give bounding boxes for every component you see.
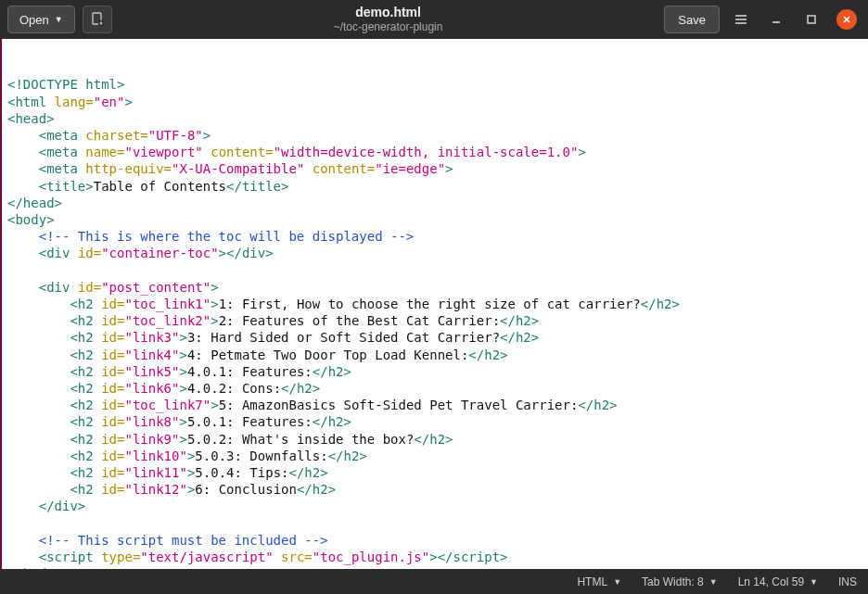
statusbar: HTML ▼ Tab Width: 8 ▼ Ln 14, Col 59 ▼ IN… (0, 569, 868, 594)
chevron-down-icon: ▼ (55, 15, 63, 24)
chevron-down-icon: ▼ (613, 577, 621, 587)
insert-mode-label: INS (838, 575, 857, 588)
title-area: demo.html ~/toc-generator-plugin (120, 5, 657, 33)
code-editor[interactable]: <!DOCTYPE html> <html lang="en"> <head> … (0, 39, 868, 569)
cursor-position-label: Ln 14, Col 59 (738, 575, 804, 588)
close-button[interactable] (833, 6, 861, 33)
new-document-button[interactable] (83, 6, 112, 33)
tab-width-selector[interactable]: Tab Width: 8 ▼ (642, 575, 718, 588)
minimize-button[interactable] (762, 6, 790, 33)
open-label: Open (19, 13, 49, 27)
maximize-button[interactable] (798, 6, 825, 33)
language-selector[interactable]: HTML ▼ (577, 575, 621, 588)
save-button[interactable]: Save (664, 6, 720, 33)
minimize-icon (770, 13, 783, 26)
file-title: demo.html (120, 5, 657, 20)
svg-rect-2 (808, 16, 815, 23)
maximize-icon (805, 13, 818, 26)
file-path: ~/toc-generator-plugin (120, 20, 657, 33)
close-icon (836, 9, 857, 30)
language-label: HTML (577, 575, 607, 588)
hamburger-icon (734, 12, 748, 27)
chevron-down-icon: ▼ (810, 577, 818, 587)
tab-width-label: Tab Width: 8 (642, 575, 704, 588)
new-document-icon (90, 12, 105, 27)
insert-mode[interactable]: INS (838, 575, 857, 588)
cursor-position[interactable]: Ln 14, Col 59 ▼ (738, 575, 818, 588)
open-button[interactable]: Open ▼ (7, 6, 75, 33)
hamburger-menu-button[interactable] (727, 6, 755, 33)
chevron-down-icon: ▼ (709, 577, 718, 587)
titlebar: Open ▼ demo.html ~/toc-generator-plugin … (0, 0, 868, 39)
